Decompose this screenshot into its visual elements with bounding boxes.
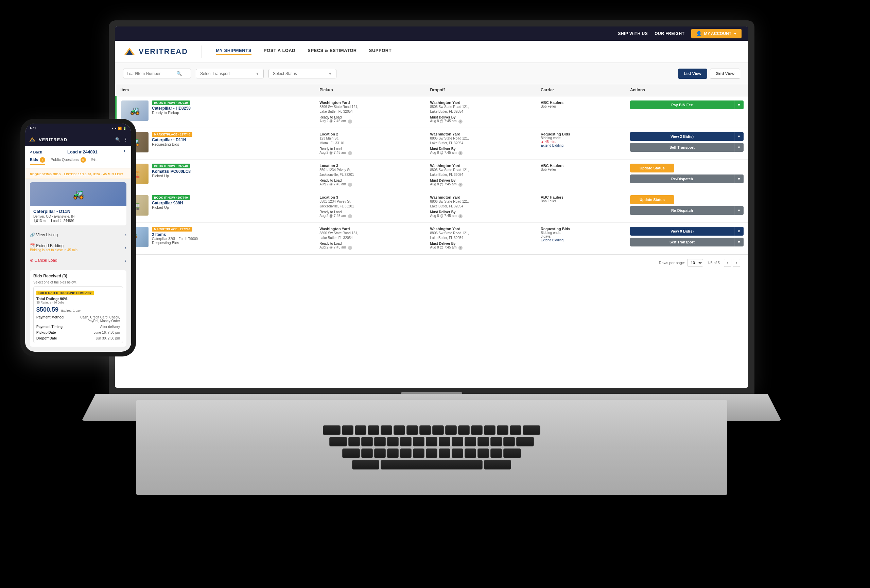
transport-filter[interactable]: Select Transport ▼ bbox=[196, 69, 264, 79]
pay-bin-fee-arrow-button[interactable]: ▼ bbox=[734, 101, 743, 109]
bid-expires: Expires: 1 day bbox=[61, 309, 80, 312]
self-transport-arrow-button-2[interactable]: ▼ bbox=[734, 238, 743, 246]
phone-tab-bids[interactable]: Bids 8 bbox=[30, 157, 45, 165]
two-items-label[interactable]: 2 Items bbox=[152, 232, 198, 237]
view-zero-bids-btn-group[interactable]: View 0 Bid(s) ▼ bbox=[630, 227, 743, 236]
re-dispatch-arrow-button-2[interactable]: ▼ bbox=[734, 206, 743, 215]
top-bar: SHIP WITH US OUR FREIGHT 👤 MY ACCOUNT ▼ bbox=[115, 27, 748, 41]
carrier-cell: ABC Haulers Bob Feller bbox=[536, 191, 625, 223]
view-zero-bids-arrow-button[interactable]: ▼ bbox=[734, 227, 743, 236]
dropoff-date-value: Jun 30, 2:30 pm bbox=[95, 336, 120, 340]
phone-content: 🚜 Caterpillar - D11N Denver, CO · Evansv… bbox=[25, 179, 131, 350]
cancel-load-chevron-icon: › bbox=[125, 258, 127, 263]
table-row: 🚜 BOOK IT NOW · 297740 Caterpillar - HD3… bbox=[116, 96, 749, 128]
page-info: 1-5 of 5 bbox=[707, 261, 720, 265]
pickup-cell: Location 3 5501-1234 Privey St,Jacksonvi… bbox=[315, 191, 425, 223]
pay-bin-fee-btn-group[interactable]: Pay BIN Fee ▼ bbox=[630, 101, 743, 109]
dropoff-cell: Washington Yard 8806 Sw State Road 121,L… bbox=[426, 160, 536, 191]
re-dispatch-btn-group-2[interactable]: Re-Dispatch ▼ bbox=[630, 206, 743, 215]
item-name[interactable]: Caterpillar - D11N bbox=[152, 138, 192, 142]
search-input[interactable] bbox=[127, 71, 174, 76]
laptop-screen: SHIP WITH US OUR FREIGHT 👤 MY ACCOUNT ▼ … bbox=[109, 20, 754, 394]
self-transport-arrow-button[interactable]: ▼ bbox=[734, 143, 743, 152]
update-status-button-2[interactable]: Update Status bbox=[630, 195, 674, 204]
transport-chevron-icon: ▼ bbox=[256, 72, 259, 76]
col-actions: Actions bbox=[625, 84, 748, 96]
carrier-cell: ABC Haulers Bob Feller bbox=[536, 96, 625, 128]
phone-item-details: 1,013 mi · Load #: 244891 bbox=[33, 219, 123, 223]
phone-logo-text: VERITREAD bbox=[39, 137, 67, 142]
next-page-button[interactable]: › bbox=[733, 259, 740, 267]
re-dispatch-arrow-button[interactable]: ▼ bbox=[734, 175, 743, 183]
phone-logo-icon bbox=[28, 136, 36, 143]
dropoff-cell: Washington Yard 8806 Sw State Road 121,L… bbox=[426, 191, 536, 223]
rows-per-page: Rows per page: 10 25 50 bbox=[659, 259, 703, 266]
phone-item-info: Caterpillar - D11N Denver, CO · Evansvil… bbox=[30, 206, 127, 226]
ship-with-us-link[interactable]: SHIP WITH US bbox=[618, 31, 648, 36]
table-row: 🏗️ BOOK IT NOW · 297740 Komatsu PC600LC8… bbox=[116, 160, 749, 191]
bid-price: $500.59 bbox=[36, 306, 58, 313]
phone-item-card: 🚜 Caterpillar - D11N Denver, CO · Evansv… bbox=[30, 182, 127, 226]
phone-action-view-listing[interactable]: 🔗 View Listing › bbox=[30, 230, 127, 241]
view-bids-arrow-button[interactable]: ▼ bbox=[734, 132, 743, 141]
extend-bidding-link[interactable]: Extend Bidding bbox=[541, 144, 621, 147]
prev-page-button[interactable]: ‹ bbox=[724, 259, 731, 267]
phone-action-cancel-load[interactable]: ⊘ Cancel Load › bbox=[30, 255, 127, 266]
gold-badge: GOLD RATED TRUCKING COMPANY bbox=[36, 291, 94, 295]
item-name[interactable]: Caterpillar - HD3258 bbox=[152, 106, 191, 111]
phone-bids-title: Bids Received (3) bbox=[33, 274, 123, 278]
nav-my-shipments[interactable]: MY SHIPMENTS bbox=[216, 48, 252, 55]
nav-support[interactable]: SUPPORT bbox=[369, 48, 392, 55]
phone-header: < Back Load # 244891 ⋮ Bids 8 Public Que… bbox=[25, 146, 131, 168]
actions-cell: Update Status Re-Dispatch ▼ bbox=[625, 160, 748, 191]
status-filter[interactable]: Select Status ▼ bbox=[268, 69, 337, 79]
self-transport-button[interactable]: Self Transport bbox=[630, 143, 734, 152]
our-freight-link[interactable]: OUR FREIGHT bbox=[654, 31, 684, 36]
list-view-button[interactable]: List View bbox=[678, 68, 707, 79]
search-box[interactable]: 🔍 bbox=[123, 68, 191, 79]
phone-back-button[interactable]: < Back bbox=[30, 150, 42, 154]
re-dispatch-button-2[interactable]: Re-Dispatch bbox=[630, 206, 734, 215]
item-name[interactable]: Caterpillar 988H bbox=[152, 200, 190, 205]
table-row: 🚜+1 MARKETPLACE · 297740 2 Items Caterpi… bbox=[116, 223, 749, 254]
phone-action-extend-bidding[interactable]: 📅 Extend Bidding Bidding is set to close… bbox=[30, 241, 127, 255]
extend-bidding-link-2[interactable]: Extend Bidding bbox=[541, 238, 621, 242]
self-transport-btn-group-2[interactable]: Self Transport ▼ bbox=[630, 238, 743, 246]
logo-text: VERITREAD bbox=[139, 47, 188, 56]
view-zero-bids-button[interactable]: View 0 Bid(s) bbox=[630, 227, 734, 236]
bids-badge: 8 bbox=[40, 157, 45, 163]
item-cell: 🚜 MARKETPLACE · 297740 Caterpillar - D11… bbox=[121, 132, 310, 153]
item-cell: 🚛 BOOK IT NOW · 297740 Caterpillar 988H … bbox=[121, 195, 310, 215]
filters-bar: 🔍 Select Transport ▼ Select Status ▼ Lis… bbox=[115, 63, 748, 84]
phone-tab-questions[interactable]: Public Questions 0 bbox=[51, 157, 86, 165]
view-bids-button[interactable]: View 2 Bid(s) bbox=[630, 132, 734, 141]
item-name[interactable]: Komatsu PC600LC8 bbox=[152, 169, 191, 174]
self-transport-button-2[interactable]: Self Transport bbox=[630, 238, 734, 246]
phone-item-name[interactable]: Caterpillar - D11N bbox=[33, 209, 123, 214]
nav-post-load[interactable]: POST A LOAD bbox=[264, 48, 295, 55]
my-account-button[interactable]: 👤 MY ACCOUNT ▼ bbox=[691, 29, 742, 39]
search-icon: 🔍 bbox=[176, 71, 182, 76]
phone-search-icon[interactable]: 🔍 bbox=[115, 137, 120, 142]
nav-specs-estimator[interactable]: SPECS & ESTIMATOR bbox=[308, 48, 357, 55]
account-chevron-icon: ▼ bbox=[733, 32, 737, 36]
self-transport-btn-group[interactable]: Self Transport ▼ bbox=[630, 143, 743, 152]
bid-payment-timing-row: Payment Timing After delivery bbox=[36, 325, 120, 329]
phone-bid-card: GOLD RATED TRUCKING COMPANY Total Rating… bbox=[33, 286, 123, 343]
badge-marketplace-2: MARKETPLACE · 297740 bbox=[152, 227, 192, 232]
pay-bin-fee-button[interactable]: Pay BIN Fee bbox=[630, 101, 734, 109]
extend-bidding-chevron-icon: › bbox=[125, 245, 127, 251]
pickup-date-label: Pickup Date bbox=[36, 331, 56, 334]
two-items-sub: Caterpillar 320L · Ford LT9000 bbox=[152, 237, 198, 241]
actions-cell: View 0 Bid(s) ▼ Self Transport ▼ bbox=[625, 223, 748, 254]
grid-view-button[interactable]: Grid View bbox=[710, 68, 740, 79]
pickup-date-value: June 16, 7:30 pm bbox=[94, 331, 120, 334]
phone-menu-icon[interactable]: ⋮ bbox=[124, 137, 128, 142]
re-dispatch-button[interactable]: Re-Dispatch bbox=[630, 175, 734, 183]
update-status-button[interactable]: Update Status bbox=[630, 163, 674, 172]
rows-per-page-select[interactable]: 10 25 50 bbox=[687, 259, 703, 266]
phone-options-icon[interactable]: ⋮ bbox=[123, 150, 127, 154]
re-dispatch-btn-group[interactable]: Re-Dispatch ▼ bbox=[630, 175, 743, 183]
view-bids-btn-group[interactable]: View 2 Bid(s) ▼ bbox=[630, 132, 743, 141]
phone-tab-ite[interactable]: Ite... bbox=[91, 157, 98, 165]
